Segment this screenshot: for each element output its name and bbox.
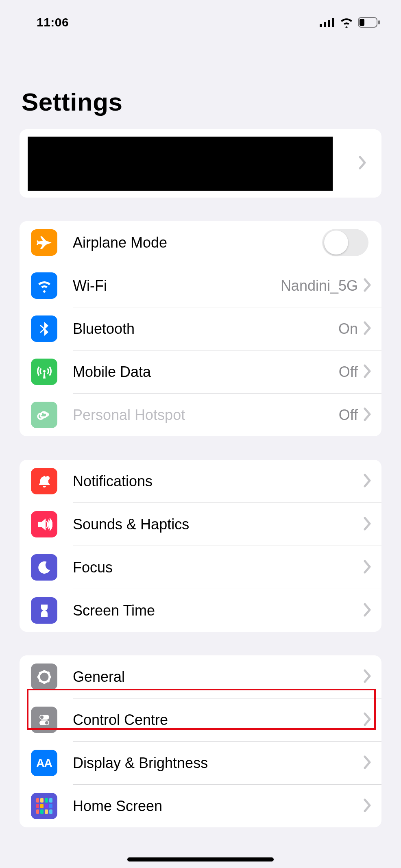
row-label: Notifications (73, 473, 364, 490)
row-display-brightness[interactable]: AA Display & Brightness (20, 742, 381, 784)
hotspot-icon (31, 402, 57, 428)
home-indicator (127, 857, 274, 861)
status-bar: 11:06 (0, 0, 401, 35)
row-value: Nandini_5G (281, 277, 358, 294)
svg-line-14 (48, 680, 49, 682)
home-screen-icon (31, 793, 57, 819)
status-icons (320, 17, 381, 28)
svg-point-20 (45, 721, 48, 724)
antenna-icon (31, 359, 57, 385)
wifi-icon (31, 272, 57, 299)
account-redacted (28, 137, 333, 191)
chevron-right-icon (359, 156, 372, 171)
screen-time-icon (31, 597, 57, 624)
chevron-right-icon (364, 364, 372, 380)
chevron-right-icon (364, 407, 372, 423)
row-value: Off (339, 363, 358, 381)
row-label: Bluetooth (73, 320, 338, 337)
chevron-right-icon (364, 669, 372, 685)
row-general[interactable]: General (20, 655, 381, 698)
cellular-signal-icon (320, 17, 335, 27)
row-bluetooth[interactable]: Bluetooth On (20, 307, 381, 350)
row-screen-time[interactable]: Screen Time (20, 589, 381, 632)
row-focus[interactable]: Focus (20, 546, 381, 589)
row-label: Display & Brightness (73, 755, 364, 772)
general-group: General Control Centre AA Display & Brig… (20, 655, 381, 827)
row-label: Wi-Fi (73, 277, 281, 294)
row-label: Screen Time (73, 602, 364, 619)
chevron-right-icon (364, 603, 372, 618)
svg-rect-2 (328, 20, 330, 27)
chevron-right-icon (364, 798, 372, 814)
chevron-right-icon (364, 278, 372, 294)
gear-icon (31, 664, 57, 690)
row-label: General (73, 668, 364, 685)
svg-rect-6 (378, 20, 380, 24)
svg-line-16 (39, 680, 41, 682)
focus-icon (31, 554, 57, 581)
battery-icon (358, 17, 381, 28)
connectivity-group: Airplane Mode Wi-Fi Nandini_5G Bluetooth… (20, 221, 381, 436)
row-label: Mobile Data (73, 363, 339, 381)
wifi-icon (339, 17, 354, 28)
svg-rect-3 (332, 18, 334, 27)
chevron-right-icon (364, 755, 372, 771)
notifications-icon (31, 468, 57, 494)
chevron-right-icon (364, 517, 372, 532)
row-home-screen[interactable]: Home Screen (20, 785, 381, 827)
chevron-right-icon (364, 712, 372, 728)
row-personal-hotspot[interactable]: Personal Hotspot Off (20, 394, 381, 436)
svg-rect-1 (324, 22, 326, 27)
row-control-centre[interactable]: Control Centre (20, 698, 381, 741)
row-label: Airplane Mode (73, 234, 322, 251)
notifications-group: Notifications Sounds & Haptics Focus Scr… (20, 460, 381, 632)
svg-rect-0 (320, 24, 322, 27)
row-airplane-mode[interactable]: Airplane Mode (20, 221, 381, 264)
bluetooth-icon (31, 315, 57, 342)
row-notifications[interactable]: Notifications (20, 460, 381, 503)
svg-line-15 (48, 672, 49, 674)
account-group (20, 129, 381, 198)
page-title: Settings (0, 35, 401, 129)
row-label: Personal Hotspot (73, 407, 339, 424)
sounds-icon (31, 511, 57, 537)
row-label: Sounds & Haptics (73, 516, 364, 533)
svg-point-7 (46, 476, 50, 480)
svg-line-13 (39, 672, 41, 674)
row-wifi[interactable]: Wi-Fi Nandini_5G (20, 264, 381, 307)
row-value: Off (339, 407, 358, 424)
control-centre-icon (31, 707, 57, 733)
chevron-right-icon (364, 321, 372, 337)
account-row[interactable] (20, 129, 381, 198)
airplane-icon (31, 229, 57, 256)
svg-point-18 (40, 716, 44, 719)
display-icon: AA (31, 750, 57, 776)
chevron-right-icon (364, 474, 372, 489)
airplane-toggle[interactable] (322, 229, 368, 256)
row-label: Home Screen (73, 798, 364, 815)
row-label: Control Centre (73, 711, 364, 729)
row-label: Focus (73, 559, 364, 576)
row-value: On (338, 320, 358, 337)
row-sounds-haptics[interactable]: Sounds & Haptics (20, 503, 381, 546)
status-time: 11:06 (37, 15, 69, 29)
row-mobile-data[interactable]: Mobile Data Off (20, 350, 381, 393)
chevron-right-icon (364, 560, 372, 575)
svg-rect-5 (360, 19, 364, 26)
